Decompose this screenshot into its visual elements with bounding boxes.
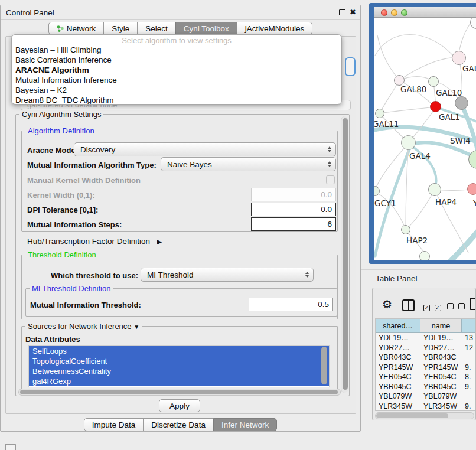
scrollbar-thumb[interactable] <box>20 390 338 394</box>
tab-select[interactable]: Select <box>137 22 176 35</box>
zoom-traffic-light[interactable] <box>401 9 407 16</box>
mi-steps-field[interactable]: 6 <box>251 217 336 231</box>
clear-all-checkboxes-icon[interactable] <box>447 302 465 311</box>
table-row[interactable]: YBL079W YBL079W <box>376 392 476 402</box>
mi-threshold-field[interactable]: 0.5 <box>249 298 333 311</box>
cell: YDL19… <box>420 334 462 342</box>
select-all-checkboxes-icon[interactable]: ✓ ✓ <box>423 302 441 311</box>
tab-cyni-toolbox[interactable]: Cyni Toolbox <box>175 22 237 35</box>
network-view-window: GAL GAL80 GAL10 GAL1 GAL11 GAL4 SWI4 GCY… <box>369 3 476 264</box>
tab-label: jActiveMNodules <box>245 24 305 33</box>
node-label-gal10: GAL10 <box>436 88 462 97</box>
node-label-y: Y <box>473 198 476 208</box>
tab-label: Cyni Toolbox <box>184 24 229 33</box>
node-gal10[interactable] <box>428 76 439 87</box>
attribute-list-scrollbar[interactable] <box>321 347 327 384</box>
algorithm-option-selected[interactable]: ARACNE Algorithm <box>12 65 341 75</box>
node-hap4[interactable] <box>428 183 441 196</box>
node-gal-partial[interactable] <box>452 51 466 65</box>
screen: Control Panel ✖ Network Style Select <box>0 0 476 450</box>
algorithm-option[interactable]: Basic Correlation Inference <box>12 55 341 65</box>
table-row[interactable]: YLR345W YLR345W 9. <box>376 402 476 412</box>
cell: YER054C <box>420 373 462 381</box>
tab-network[interactable]: Network <box>48 22 105 35</box>
mi-type-select[interactable]: Naive Bayes <box>161 157 336 171</box>
settings-horizontal-scrollbar[interactable] <box>18 389 341 396</box>
scrollbar-thumb[interactable] <box>376 413 448 418</box>
cell: YLR345W <box>420 402 462 410</box>
close-icon[interactable]: ✖ <box>350 8 356 17</box>
table-row[interactable]: YBR045C YBR045C 9. <box>376 382 476 392</box>
column-header-name[interactable]: name <box>420 319 462 333</box>
tab-jactivemnodules[interactable]: jActiveMNodules <box>237 22 313 35</box>
apply-button[interactable]: Apply <box>159 399 200 412</box>
combo-spinner-icon <box>305 272 309 278</box>
table-row[interactable]: YER054C YER054C 8. <box>376 372 476 382</box>
attribute-item-selected[interactable]: SelfLoops <box>29 346 329 356</box>
network-canvas[interactable]: GAL GAL80 GAL10 GAL1 GAL11 GAL4 SWI4 GCY… <box>374 18 476 260</box>
node-hap2[interactable] <box>401 225 410 234</box>
table-row[interactable]: YDR27… YDR27… 12 <box>376 343 476 353</box>
collapsed-arrow-icon: ▶ <box>157 238 162 245</box>
cell: YER054C <box>376 373 420 381</box>
network-icon <box>57 25 64 32</box>
docked-panel-icon[interactable] <box>5 444 16 450</box>
table-row[interactable]: YBR043C YBR043C <box>376 353 476 363</box>
node-unlabeled-gray[interactable] <box>455 96 468 110</box>
algorithm-option[interactable]: Dream8 DC_TDC Algorithm <box>12 95 341 105</box>
column-layout-icon[interactable] <box>402 299 415 311</box>
node-unlabeled-bottom[interactable] <box>419 251 430 260</box>
panel-separator <box>361 269 476 270</box>
tab-impute-data[interactable]: Impute Data <box>84 418 144 431</box>
node-label-hap4: HAP4 <box>435 197 457 207</box>
close-traffic-light[interactable] <box>381 9 387 16</box>
node-salmon[interactable] <box>467 183 476 195</box>
kernel-width-label: Kernel Width (0,1): <box>27 191 95 200</box>
which-threshold-select[interactable]: MI Threshold <box>141 268 314 282</box>
table-row[interactable]: YPR145W YPR145W 9. <box>376 363 476 373</box>
cell: YBR045C <box>420 383 462 391</box>
settings-vertical-scrollbar[interactable] <box>341 116 348 393</box>
data-attributes-label: Data Attributes <box>25 335 80 344</box>
float-window-icon[interactable] <box>339 9 345 15</box>
tab-label: Impute Data <box>92 420 136 429</box>
apply-button-label: Apply <box>169 402 190 410</box>
sources-group-title[interactable]: Sources for Network Inference ▼ <box>25 322 142 331</box>
aracne-mode-select[interactable]: Discovery <box>74 142 336 156</box>
unchecked-box-icon <box>447 303 454 309</box>
node-gal11[interactable] <box>375 109 384 118</box>
algorithm-option[interactable]: Bayesian – K2 <box>12 85 341 95</box>
attribute-item-selected[interactable]: gal4RGexp <box>29 376 329 386</box>
dpi-tolerance-label: DPI Tolerance [0,1]: <box>27 206 98 214</box>
table-row[interactable]: YDL19… YDL19… 13 <box>376 333 476 343</box>
which-threshold-label: Which threshold to use: <box>51 271 138 280</box>
node-gal1-selected[interactable] <box>430 101 441 112</box>
network-window-titlebar[interactable] <box>374 7 476 18</box>
cell: YPR145W <box>420 363 462 371</box>
cyni-bottom-tabbar: Impute Data Discretize Data Infer Networ… <box>1 418 360 431</box>
column-header-partial[interactable] <box>462 319 476 333</box>
algorithm-dropdown-placeholder: Select algorithm to view settings <box>12 36 341 45</box>
column-header-shared[interactable]: shared… <box>376 319 420 333</box>
algorithm-combobox-fragment <box>345 57 356 76</box>
node-label-hap2: HAP2 <box>406 236 428 245</box>
tab-infer-network[interactable]: Infer Network <box>213 418 277 431</box>
algorithm-option[interactable]: Bayesian – Hill Climbing <box>12 45 341 55</box>
document-icon[interactable] <box>470 298 476 310</box>
attribute-item-selected[interactable]: BetweennessCentrality <box>29 366 329 376</box>
tab-style[interactable]: Style <box>103 22 138 35</box>
scrollbar-thumb[interactable] <box>343 118 348 390</box>
node-label-swi4: SWI4 <box>450 136 471 145</box>
attribute-item-selected[interactable]: TopologicalCoefficient <box>29 356 329 366</box>
cell: 8. <box>462 373 476 381</box>
node-gal4[interactable] <box>401 135 416 150</box>
table-horizontal-scrollbar[interactable] <box>375 412 474 419</box>
hub-definition-toggle[interactable]: Hub/Transcription Factor Definition ▶ <box>27 237 162 246</box>
dpi-tolerance-field[interactable]: 0.0 <box>251 203 336 216</box>
minimize-traffic-light[interactable] <box>391 9 397 16</box>
control-panel-title: Control Panel <box>6 8 54 17</box>
algorithm-option[interactable]: Mutual Information Inference <box>12 75 341 85</box>
gear-icon[interactable]: ⚙ <box>382 298 392 311</box>
cell: YDR27… <box>420 344 462 352</box>
tab-discretize-data[interactable]: Discretize Data <box>143 418 214 431</box>
